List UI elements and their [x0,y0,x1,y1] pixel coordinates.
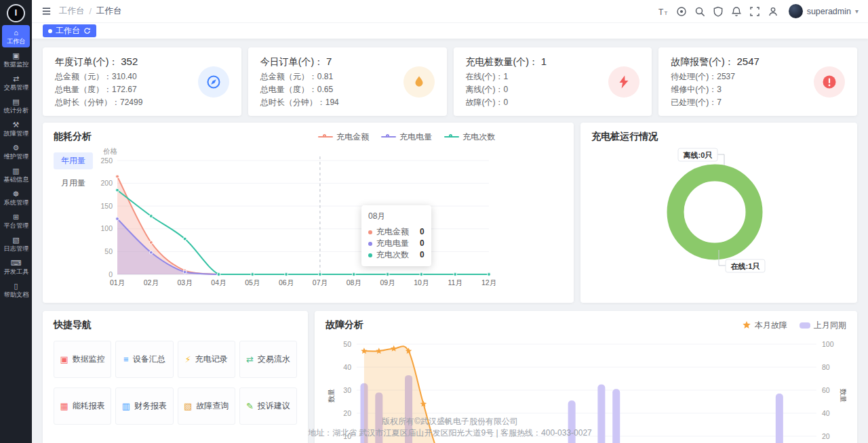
header-icons: TT [657,5,779,18]
stat-detail: 总电量（度）：172.67 [55,83,142,96]
logo-icon: I [7,4,25,22]
sidebar-item-system[interactable]: ☸系统管理 [2,186,30,209]
svg-text:在线:1只: 在线:1只 [730,262,760,270]
sidebar-item-dev-tools[interactable]: ⌨开发工具 [2,255,30,278]
energy-analysis-card: 能耗分析 充电金额充电电量充电次数 年用量月用量 050100150200250… [43,123,574,303]
svg-text:20: 20 [822,432,830,440]
online-label: 在线:1只 [726,259,765,272]
tooltip-title: 08月 [368,211,425,222]
stat-detail: 维修中(个)：3 [671,83,760,96]
legend-item-上月同期[interactable]: 上月同期 [800,320,846,331]
quick-nav-suggestion[interactable]: ✎投诉建议 [239,387,297,425]
breadcrumb-item-1[interactable]: 工作台 [96,5,122,17]
svg-text:50: 50 [104,247,113,255]
quick-nav-energy-report[interactable]: ▦能耗报表 [54,387,111,425]
app-logo[interactable]: I [0,1,32,24]
sidebar-item-help[interactable]: ▯帮助文档 [2,278,30,301]
svg-text:100: 100 [100,224,113,232]
fault-search-icon: ▧ [184,401,192,411]
sidebar-item-trade[interactable]: ⇄交易管理 [2,71,30,93]
charts-row: 能耗分析 充电金额充电电量充电次数 年用量月用量 050100150200250… [43,123,857,303]
skin-icon[interactable] [712,5,724,18]
user-menu[interactable]: superadmin ▾ [789,4,859,18]
theme-icon[interactable] [675,5,688,18]
stat-detail: 离线(个)：0 [466,83,547,96]
sidebar-item-data-monitor[interactable]: ▣数据监控 [2,48,30,70]
svg-text:数量: 数量 [327,389,335,403]
svg-text:0: 0 [108,270,113,278]
breadcrumb-item-0[interactable]: 工作台 [59,5,85,17]
charge-bolt-icon: ⚡ [185,354,191,364]
energy-tab-0[interactable]: 年用量 [54,152,93,169]
legend-item-充电次数[interactable]: 充电次数 [444,131,495,143]
sidebar-item-maintain[interactable]: ⚙维护管理 [2,140,30,163]
stat-title: 今日订单(个)： 7 [260,56,339,68]
legend-item-充电电量[interactable]: 充电电量 [381,131,432,143]
energy-card-title: 能耗分析 [54,131,92,143]
quick-nav-device-list[interactable]: ≡设备汇总 [115,341,173,378]
maintain-icon: ⚙ [13,144,20,152]
stat-detail: 总时长（分钟）：72499 [55,96,142,109]
profile-icon[interactable] [767,5,779,18]
svg-text:10月: 10月 [414,278,429,287]
stat-detail: 已处理(个)：7 [671,96,760,109]
sidebar-item-base-info[interactable]: ▥基础信息 [2,163,30,186]
pile-status-donut-chart[interactable]: 离线:0只在线:1只 [591,143,839,282]
legend-item-充电金额[interactable]: 充电金额 [318,131,369,143]
alert-icon [814,66,845,98]
svg-text:03月: 03月 [178,278,193,287]
quick-nav-monitor[interactable]: ▣数据监控 [54,341,111,378]
bolt-icon [608,66,639,98]
tab-refresh-icon[interactable] [83,27,91,35]
menu-toggle-icon[interactable] [40,5,52,18]
sidebar-item-home[interactable]: ⌂工作台 [2,25,30,47]
font-size-icon[interactable]: TT [657,5,669,18]
bottom-row: 快捷导航 ▣数据监控≡设备汇总⚡充电记录⇄交易流水▦能耗报表▥财务报表▧故障查询… [43,311,857,443]
quick-nav-fault-search[interactable]: ▧故障查询 [178,387,235,425]
stat-detail: 故障(个)：0 [466,96,547,109]
sidebar-item-platform[interactable]: ⊞平台管理 [2,209,30,232]
svg-text:250: 250 [100,156,113,165]
fault-analysis-chart[interactable]: 50403020100020406080100数量数量 [326,331,846,443]
stat-detail: 总金额（元）：310.40 [55,70,142,83]
fault-analysis-card: 故障分析 本月故障上月同期 50403020100020406080100数量数… [315,311,857,443]
fullscreen-icon[interactable] [749,5,761,18]
sidebar-item-stats[interactable]: ▤统计分析 [2,94,30,117]
fault-icon: ⚒ [13,121,20,129]
quick-nav-finance-report[interactable]: ▥财务报表 [115,387,173,425]
svg-text:09月: 09月 [380,278,395,287]
sidebar-item-fault[interactable]: ⚒故障管理 [2,117,30,140]
quick-nav-card: 快捷导航 ▣数据监控≡设备汇总⚡充电记录⇄交易流水▦能耗报表▥财务报表▧故障查询… [43,311,308,443]
pile-status-card-title: 充电桩运行情况 [591,131,658,143]
tab-label: 工作台 [56,25,80,37]
fault-legend: 本月故障上月同期 [742,320,846,331]
energy-tab-1[interactable]: 月用量 [54,175,93,192]
drop-icon [403,66,435,98]
sidebar: I ⌂工作台▣数据监控⇄交易管理▤统计分析⚒故障管理⚙维护管理▥基础信息☸系统管… [0,0,32,443]
notification-icon[interactable] [730,5,743,18]
quick-nav-transaction[interactable]: ⇄交易流水 [239,341,297,378]
legend-item-本月故障[interactable]: 本月故障 [742,320,787,331]
svg-text:100: 100 [822,340,834,348]
svg-text:离线:0只: 离线:0只 [683,151,713,159]
svg-text:07月: 07月 [313,278,328,287]
quick-nav-charge-bolt[interactable]: ⚡充电记录 [178,341,235,378]
svg-text:04月: 04月 [211,278,226,287]
svg-text:价格: 价格 [103,147,118,155]
system-icon: ☸ [13,190,20,198]
fault-card-title: 故障分析 [326,319,363,331]
search-icon[interactable] [694,5,706,18]
base-info-icon: ▥ [12,167,19,175]
stat-detail: 待处理(个)：2537 [671,70,760,83]
svg-text:50: 50 [343,340,351,348]
stat-title: 故障报警(个)： 2547 [671,56,760,68]
header-actions: TT superadmin ▾ [657,4,859,18]
quick-nav-title: 快捷导航 [54,319,92,331]
sidebar-item-log[interactable]: ▧日志管理 [2,232,30,255]
energy-range-tabs: 年用量月用量 [54,146,93,291]
trade-icon: ⇄ [13,75,19,83]
tab-workbench[interactable]: 工作台 [43,24,96,37]
svg-text:40: 40 [822,409,830,417]
main-area: 工作台 / 工作台 TT superadmin ▾ 工作台 年度订单(个)： [32,0,868,443]
energy-chart[interactable]: 050100150200250价格01月02月03月04月05月06月07月08… [93,146,500,289]
